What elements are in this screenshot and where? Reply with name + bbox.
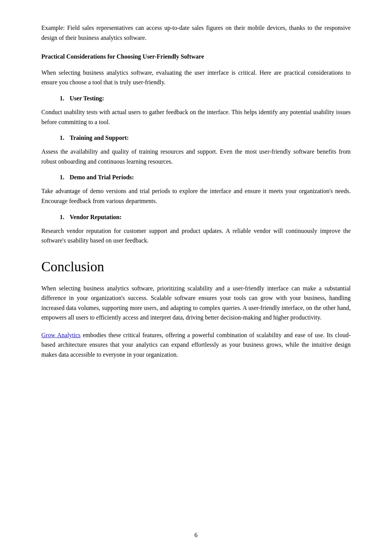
list-item-user-testing: 1. User Testing: bbox=[60, 95, 351, 102]
practical-section-heading: Practical Considerations for Choosing Us… bbox=[41, 52, 351, 62]
grow-analytics-link[interactable]: Grow Analytics bbox=[41, 332, 81, 338]
page-container: Example: Field sales representatives can… bbox=[0, 0, 392, 554]
page-number: 6 bbox=[194, 532, 198, 538]
conclusion-paragraph-1: When selecting business analytics softwa… bbox=[41, 284, 351, 323]
item-number-3: 1. bbox=[60, 174, 67, 181]
item-number-1: 1. bbox=[60, 95, 67, 102]
list-item-vendor: 1. Vendor Reputation: bbox=[60, 214, 351, 221]
demo-body: Take advantage of demo versions and tria… bbox=[41, 186, 351, 206]
item-number-2: 1. bbox=[60, 134, 67, 141]
vendor-body: Research vendor reputation for customer … bbox=[41, 226, 351, 246]
page-number-container: 6 bbox=[0, 532, 392, 539]
user-testing-body: Conduct usability tests with actual user… bbox=[41, 107, 351, 127]
item-label-user-testing: User Testing: bbox=[70, 95, 104, 102]
conclusion-heading: Conclusion bbox=[41, 258, 351, 276]
training-body: Assess the availability and quality of t… bbox=[41, 147, 351, 166]
item-label-demo: Demo and Trial Periods: bbox=[70, 174, 134, 181]
example-paragraph: Example: Field sales representatives can… bbox=[41, 23, 351, 43]
item-number-4: 1. bbox=[60, 214, 67, 221]
item-label-vendor: Vendor Reputation: bbox=[70, 214, 122, 221]
list-item-demo: 1. Demo and Trial Periods: bbox=[60, 174, 351, 181]
item-label-training: Training and Support: bbox=[70, 134, 129, 141]
practical-intro-paragraph: When selecting business analytics softwa… bbox=[41, 68, 351, 87]
list-item-training: 1. Training and Support: bbox=[60, 134, 351, 141]
conclusion-paragraph-2-suffix: embodies these critical features, offeri… bbox=[41, 332, 351, 358]
conclusion-paragraph-2: Grow Analytics embodies these critical f… bbox=[41, 330, 351, 360]
